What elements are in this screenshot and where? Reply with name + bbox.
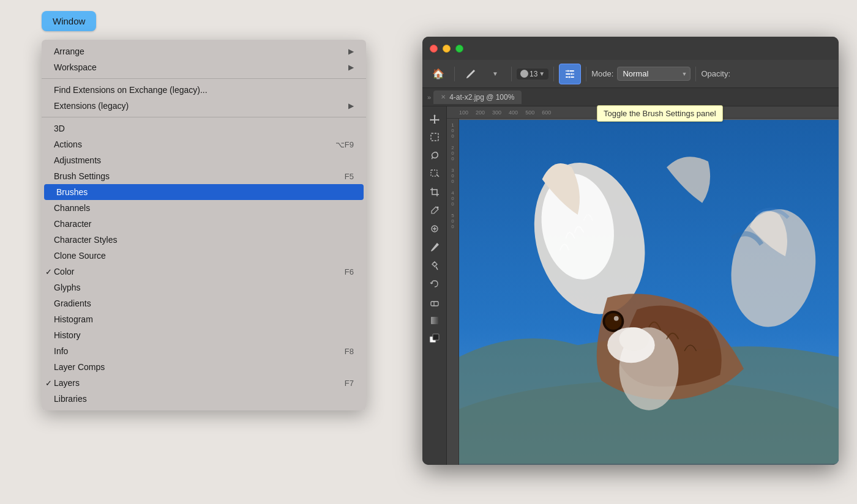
ruler-vert-mark: 4 xyxy=(451,190,454,196)
crop-tool-button[interactable] xyxy=(425,183,444,201)
ruler-mark: 100 xyxy=(459,109,468,116)
svg-rect-14 xyxy=(433,334,439,340)
menu-item-history[interactable]: History xyxy=(42,327,366,343)
menu-item-info[interactable]: Info F8 xyxy=(42,343,366,359)
menu-item-label: Layer Comps xyxy=(54,362,105,372)
svg-point-24 xyxy=(619,327,649,351)
menu-item-3d[interactable]: 3D xyxy=(42,120,366,136)
opacity-label: Opacity: xyxy=(701,69,730,78)
menu-item-label: Channels xyxy=(54,203,90,213)
menu-item-extensions-legacy[interactable]: Extensions (legacy) ▶ xyxy=(42,98,366,114)
fullscreen-button[interactable] xyxy=(455,45,463,53)
marquee-tool-button[interactable] xyxy=(425,128,444,146)
ruler-vert-mark: 2 xyxy=(451,145,454,150)
brush-dropdown-button[interactable]: ▼ xyxy=(484,64,506,84)
eraser-tool-button[interactable] xyxy=(425,294,444,311)
menu-item-label: Glyphs xyxy=(54,283,81,292)
menu-item-layer-comps[interactable]: Layer Comps xyxy=(42,359,366,375)
quick-select-button[interactable] xyxy=(425,165,444,182)
minimize-button[interactable] xyxy=(443,45,451,53)
menu-item-label: Info xyxy=(54,346,68,356)
ruler-mark: 600 xyxy=(542,109,551,116)
menu-item-label: History xyxy=(54,330,81,340)
foreground-color-button[interactable] xyxy=(425,330,444,347)
brush-left-button[interactable] xyxy=(425,239,444,256)
brush-size-chevron: ▼ xyxy=(539,70,545,77)
toolbar-row: 🏠 ▼ 13 ▼ xyxy=(422,60,839,88)
history-brush-button[interactable] xyxy=(425,275,444,292)
menu-item-workspace[interactable]: Workspace ▶ xyxy=(42,59,366,75)
canvas[interactable] xyxy=(459,119,839,465)
eyedropper-tool-button[interactable] xyxy=(425,202,444,219)
svg-rect-6 xyxy=(431,133,438,141)
menu-item-arrange[interactable]: Arrange ▶ xyxy=(42,43,366,59)
canvas-container: 100 200 300 400 500 600 1 0 0 2 0 0 3 0 … xyxy=(447,106,839,465)
menu-separator xyxy=(42,78,366,79)
brush-settings-toggle-button[interactable] xyxy=(559,64,581,84)
menu-item-shortcut: F6 xyxy=(345,267,354,276)
home-button[interactable]: 🏠 xyxy=(427,64,449,84)
ruler-vert-mark: 0 xyxy=(451,218,454,224)
menu-item-find-extensions[interactable]: Find Extensions on Exchange (legacy)... xyxy=(42,82,366,98)
svg-point-22 xyxy=(614,316,619,321)
ruler-vert-mark: 0 xyxy=(451,128,454,133)
healing-brush-button[interactable] xyxy=(425,220,444,237)
menu-item-label: Character xyxy=(54,219,91,229)
mode-label: Mode: xyxy=(591,69,613,78)
menu-item-histogram[interactable]: Histogram xyxy=(42,311,366,327)
menu-item-glyphs[interactable]: Glyphs xyxy=(42,280,366,295)
menu-item-label: Layers xyxy=(54,378,80,388)
canvas-artwork xyxy=(459,119,839,465)
svg-point-21 xyxy=(605,313,621,330)
photoshop-window: 🏠 ▼ 13 ▼ xyxy=(422,37,839,465)
tab-title: 4-at-x2.jpg @ 100% xyxy=(449,93,514,102)
toolbar-separator xyxy=(695,67,696,81)
window-dropdown-menu: Arrange ▶ Workspace ▶ Find Extensions on… xyxy=(42,40,366,410)
tooltip-text: Toggle the Brush Settings panel xyxy=(604,109,716,118)
close-button[interactable] xyxy=(430,45,438,53)
mode-select[interactable]: Normal Dissolve Darken Multiply Overlay … xyxy=(617,67,690,81)
menu-item-label: Actions xyxy=(54,139,82,149)
clone-stamp-button[interactable] xyxy=(425,257,444,274)
menu-item-label: Arrange xyxy=(54,46,84,56)
menu-item-label: 3D xyxy=(54,124,65,133)
menu-item-layers[interactable]: ✓ Layers F7 xyxy=(42,375,366,391)
gradient-tool-button[interactable] xyxy=(425,312,444,329)
checkmark-icon: ✓ xyxy=(45,379,52,388)
menu-item-label: Color xyxy=(54,267,74,276)
submenu-arrow-icon: ▶ xyxy=(348,102,354,110)
window-menu-button[interactable]: Window xyxy=(42,11,96,31)
checkmark-icon: ✓ xyxy=(45,267,52,276)
brush-tool-button[interactable] xyxy=(460,64,482,84)
menu-item-shortcut: F5 xyxy=(345,172,354,181)
left-toolbar xyxy=(422,106,447,465)
tab-row: » ✕ 4-at-x2.jpg @ 100% xyxy=(422,88,839,106)
menu-item-clone-source[interactable]: Clone Source xyxy=(42,248,366,264)
menu-item-adjustments[interactable]: Adjustments xyxy=(42,152,366,168)
menu-item-gradients[interactable]: Gradients xyxy=(42,295,366,311)
document-tab[interactable]: ✕ 4-at-x2.jpg @ 100% xyxy=(433,91,522,104)
menu-item-channels[interactable]: Channels xyxy=(42,200,366,216)
menu-item-label: Adjustments xyxy=(54,155,101,165)
mode-group: Mode: Normal Dissolve Darken Multiply Ov… xyxy=(591,67,690,81)
move-tool-button[interactable] xyxy=(425,110,444,127)
menu-item-label: Find Extensions on Exchange (legacy)... xyxy=(54,85,208,95)
lasso-tool-button[interactable] xyxy=(425,147,444,164)
menu-item-color[interactable]: ✓ Color F6 xyxy=(42,264,366,280)
ruler-vert-mark: 0 xyxy=(451,133,454,139)
menu-item-character[interactable]: Character xyxy=(42,216,366,232)
toolbar-separator xyxy=(454,67,455,81)
tab-close-icon[interactable]: ✕ xyxy=(441,94,446,100)
ruler-vert-mark: 0 xyxy=(451,196,454,201)
svg-point-8 xyxy=(436,207,438,209)
menu-item-character-styles[interactable]: Character Styles xyxy=(42,232,366,248)
menu-item-actions[interactable]: Actions ⌥F9 xyxy=(42,136,366,152)
brush-size-group: 13 ▼ xyxy=(517,69,548,80)
menu-item-brush-settings[interactable]: Brush Settings F5 xyxy=(42,168,366,184)
submenu-arrow-icon: ▶ xyxy=(348,63,354,72)
menu-item-libraries[interactable]: Libraries xyxy=(42,391,366,407)
menu-item-label: Extensions (legacy) xyxy=(54,101,129,111)
toolbar-separator xyxy=(553,67,554,81)
menu-item-brushes[interactable]: Brushes xyxy=(44,184,364,200)
svg-point-4 xyxy=(571,73,573,75)
